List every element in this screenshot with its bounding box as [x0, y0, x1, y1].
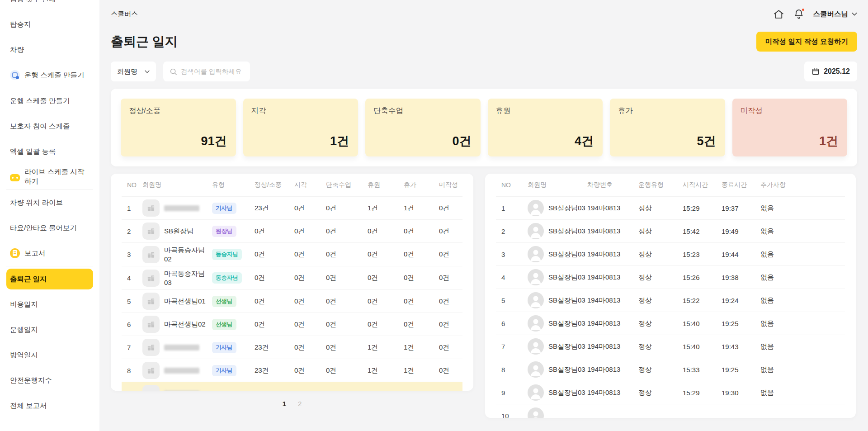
trip-table-row[interactable]: 5SB실장님03194마0813정상15:2219:24없음: [496, 289, 845, 312]
sidebar-item[interactable]: 엑셀 일괄 등록: [6, 139, 93, 164]
trip-table-row[interactable]: 4SB실장님03194마0813정상15:2619:38없음: [496, 265, 845, 289]
member-table-row[interactable]: 6마곡선생님02선생님0건0건0건0건0건0건: [122, 313, 462, 336]
sidebar-item[interactable]: 출퇴근 일지: [6, 269, 93, 289]
trip-table-row[interactable]: 9SB실장님03194마0813정상15:2919:30없음: [496, 381, 845, 404]
member-table-row[interactable]: 3마곡동승자님02동승자님0건0건0건0건0건0건: [122, 242, 462, 266]
sidebar-item-label: 라이브 스케줄 시작하기: [24, 167, 90, 186]
month-picker[interactable]: 2025.12: [804, 62, 857, 81]
vehicle-number-cell: 194마0813: [587, 319, 638, 328]
note-cell: 없음: [760, 296, 845, 305]
user-name: 스쿨버스님: [813, 9, 849, 19]
masked-name: [164, 345, 199, 350]
user-menu[interactable]: 스쿨버스님: [813, 9, 858, 19]
trip-type-cell: 정상: [638, 342, 683, 351]
note-cell: 없음: [760, 227, 845, 236]
count-cell: 0건: [326, 366, 368, 375]
member-table-row[interactable]: 5마곡선생님01선생님0건0건0건0건0건0건: [122, 289, 462, 313]
search-input[interactable]: [181, 68, 241, 75]
stat-label: 단축수업: [373, 106, 472, 116]
notification-bell-icon[interactable]: [793, 9, 804, 19]
member-avatar-icon: [142, 246, 160, 263]
count-cell: 0건: [294, 366, 326, 375]
person-avatar-icon: [528, 269, 544, 285]
sidebar-item[interactable]: 타요/안타요 물어보기: [6, 215, 93, 241]
member-cell: SB실장님03: [528, 289, 587, 311]
role-badge: 원장님: [212, 226, 236, 237]
member-cell: 마곡동승자님02: [142, 243, 212, 266]
member-table-row[interactable]: 1기사님23건0건0건1건1건0건: [122, 196, 462, 219]
start-time-cell: 15:26: [683, 274, 722, 281]
member-table-row[interactable]: 2SB원장님원장님0건0건0건0건0건0건: [122, 219, 462, 242]
sidebar-item-label: 보호자 참여 스케줄: [10, 122, 70, 131]
home-icon[interactable]: [773, 9, 784, 20]
sidebar: 탑승 횟수 안내탑승지차량운행 스케줄 만들기운행 스케줄 만들기보호자 참여 …: [0, 0, 99, 431]
page-number[interactable]: 2: [298, 400, 302, 407]
member-table-row[interactable]: 4마곡동승자님03동승자님0건0건0건0건0건0건: [122, 266, 462, 289]
title-row: 출퇴근 일지 미작성 일지 작성 요청하기: [111, 30, 857, 53]
member-table-body: 1기사님23건0건0건1건1건0건2SB원장님원장님0건0건0건0건0건0건3마…: [122, 196, 462, 391]
note-cell: 없음: [760, 204, 845, 213]
sidebar-item[interactable]: 운행 스케줄 만들기: [6, 88, 93, 114]
end-time-cell: 19:25: [722, 366, 760, 374]
column-header: 유형: [212, 181, 255, 189]
trip-type-cell: 정상: [638, 296, 683, 305]
member-table-row[interactable]: 9: [122, 382, 462, 391]
sidebar-item-label: 운행일지: [10, 325, 38, 335]
member-cell: SB실장님03: [528, 313, 587, 334]
member-table-row[interactable]: 7기사님23건0건0건1건1건0건: [122, 336, 462, 359]
trip-table-row[interactable]: 1SB실장님03194마0813정상15:2919:37없음: [496, 196, 845, 219]
search-type-dropdown[interactable]: 회원명: [111, 62, 156, 81]
stat-label: 휴원: [496, 106, 595, 116]
role-badge-cell: 동승자님: [212, 249, 255, 260]
count-cell: 0건: [439, 297, 462, 306]
sidebar-item[interactable]: 차량 위치 라이브: [6, 190, 93, 215]
trip-table-row[interactable]: 6SB실장님03194마0813정상15:4019:25없음: [496, 312, 845, 335]
calendar-icon: [811, 67, 820, 76]
sidebar-item[interactable]: 안전운행지수: [6, 368, 93, 393]
count-cell: 0건: [439, 227, 462, 236]
row-number: 9: [122, 390, 142, 391]
start-time-cell: 15:40: [683, 343, 722, 350]
count-cell: 23건: [255, 366, 294, 375]
member-avatar-icon: [142, 223, 160, 240]
count-cell: 0건: [404, 274, 439, 282]
page-number[interactable]: 1: [283, 400, 286, 407]
member-table-row[interactable]: 8기사님23건0건0건1건1건0건: [122, 359, 462, 382]
sidebar-item[interactable]: 탑승 횟수 안내: [6, 0, 93, 12]
count-cell: 0건: [368, 320, 404, 329]
search-icon: [170, 68, 177, 76]
member-avatar-icon: [142, 362, 160, 379]
member-table: NO회원명유형정상/소풍지각단축수업휴원휴가미작성 1기사님23건0건0건1건1…: [111, 174, 473, 391]
trip-table-row[interactable]: 10: [496, 404, 845, 418]
trip-table-row[interactable]: 2SB실장님03194마0813정상15:4219:49없음: [496, 219, 845, 242]
trip-type-cell: 정상: [638, 227, 683, 236]
sidebar-item[interactable]: 보호자 참여 스케줄: [6, 114, 93, 139]
trip-table-row[interactable]: 7SB실장님03194마0813정상15:4019:43없음: [496, 335, 845, 358]
trip-table-row[interactable]: 3SB실장님03194마0813정상15:2319:44없음: [496, 242, 845, 265]
member-cell: [142, 336, 212, 359]
sidebar-item-label: 탑승 횟수 안내: [10, 0, 56, 4]
sidebar-item[interactable]: 운행일지: [6, 317, 93, 342]
sidebar-item[interactable]: 탑승지: [6, 12, 93, 37]
sidebar-item[interactable]: 라이브 스케줄 시작하기: [6, 164, 93, 189]
sidebar-item[interactable]: 운행 스케줄 만들기: [6, 62, 93, 88]
request-missing-log-button[interactable]: 미작성 일지 작성 요청하기: [756, 32, 857, 52]
column-header: 휴원: [368, 181, 404, 189]
role-badge: 동승자님: [212, 272, 242, 284]
count-cell: 0건: [326, 227, 368, 236]
row-number: 3: [122, 251, 142, 258]
vehicle-number-cell: 194마0813: [587, 204, 638, 213]
sidebar-item[interactable]: 차량: [6, 37, 93, 62]
role-badge-cell: 선생님: [212, 296, 255, 307]
report-icon: [10, 248, 20, 258]
count-cell: 0건: [368, 274, 404, 282]
sidebar-menu: 탑승 횟수 안내탑승지차량운행 스케줄 만들기운행 스케줄 만들기보호자 참여 …: [0, 0, 99, 418]
vehicle-number-cell: 194마0813: [587, 250, 638, 259]
sidebar-item[interactable]: 전체 보고서: [6, 393, 93, 418]
sidebar-item[interactable]: 방역일지: [6, 342, 93, 368]
trip-table-row[interactable]: 8SB실장님03194마0813정상15:3319:25없음: [496, 358, 845, 381]
sidebar-item[interactable]: 비용일지: [6, 292, 93, 317]
trip-type-cell: 정상: [638, 388, 683, 397]
count-cell: 0건: [255, 297, 294, 306]
sidebar-item[interactable]: 보고서: [6, 241, 93, 266]
